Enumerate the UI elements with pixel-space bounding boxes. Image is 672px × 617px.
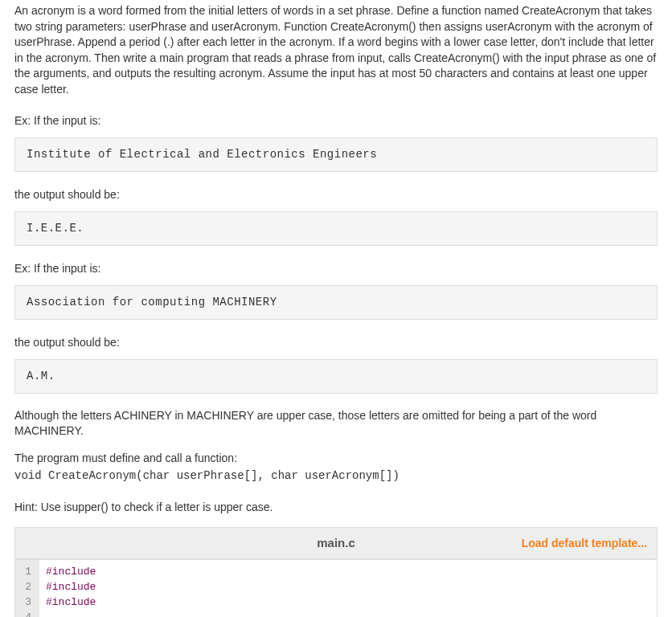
machinery-note: Although the letters ACHINERY in MACHINE…: [14, 408, 658, 439]
problem-intro: An acronym is a word formed from the ini…: [14, 3, 658, 98]
editor-tab-bar: main.c Load default template...: [15, 528, 657, 558]
output1-label: the output should be:: [14, 186, 658, 203]
example1-input: Institute of Electrical and Electronics …: [14, 137, 658, 172]
example1-label: Ex: If the input is:: [14, 112, 658, 129]
line-gutter: 1234567891011121314: [15, 560, 39, 617]
output2-label: the output should be:: [14, 334, 658, 351]
program-must: The program must define and call a funct…: [14, 451, 658, 467]
function-signature: void CreateAcronym(char userPhrase[], ch…: [14, 468, 658, 484]
example2-input: Association for computing MACHINERY: [14, 285, 658, 320]
tab-filename[interactable]: main.c: [317, 534, 355, 553]
editor-body[interactable]: 1234567891011121314 #include #include #i…: [15, 558, 657, 617]
code-area[interactable]: #include #include #include /* Define you…: [39, 560, 657, 617]
code-editor: main.c Load default template... 12345678…: [14, 527, 658, 617]
example2-label: Ex: If the input is:: [14, 260, 658, 277]
example2-output: A.M.: [14, 359, 658, 394]
load-default-template-link[interactable]: Load default template...: [522, 535, 647, 552]
example1-output: I.E.E.E.: [14, 211, 658, 246]
hint: Hint: Use isupper() to check if a letter…: [14, 499, 658, 516]
